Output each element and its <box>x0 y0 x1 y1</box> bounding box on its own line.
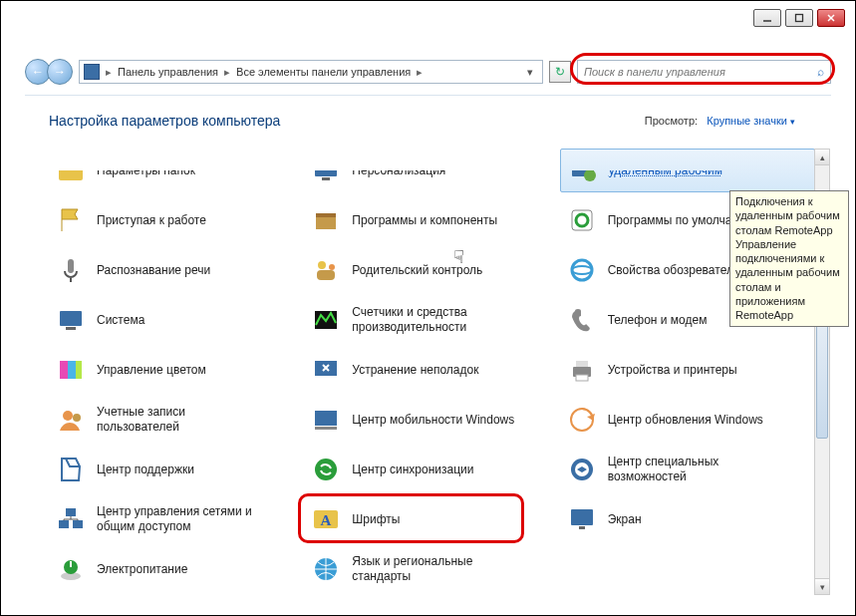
breadcrumb-1[interactable]: Панель управления <box>118 66 218 78</box>
address-dropdown-icon[interactable]: ▾ <box>522 66 538 79</box>
view-value-link[interactable]: Крупные значки ▾ <box>707 115 795 127</box>
control-panel-item[interactable]: Экран <box>560 497 815 541</box>
svg-point-30 <box>73 414 81 422</box>
scroll-up-button[interactable]: ▴ <box>815 150 829 165</box>
svg-rect-11 <box>316 213 336 217</box>
address-bar[interactable]: ▸ Панель управления ▸ Все элементы панел… <box>79 60 543 84</box>
control-panel-item[interactable]: Центр специальных возможностей <box>560 448 815 491</box>
ease-icon <box>566 454 598 485</box>
item-label: Управление цветом <box>97 363 206 378</box>
item-label: Шрифты <box>352 512 400 527</box>
refresh-button[interactable]: ↻ <box>549 61 571 83</box>
item-label: Учетные записи пользователей <box>97 405 261 435</box>
svg-rect-37 <box>59 520 69 528</box>
control-panel-icon <box>84 64 100 80</box>
control-panel-item[interactable]: Устройства и принтеры <box>560 348 815 392</box>
maximize-button[interactable] <box>785 9 813 27</box>
control-panel-item[interactable]: удаленным рабочим <box>560 149 815 192</box>
svg-rect-22 <box>60 361 68 379</box>
control-panel-item[interactable]: AШрифты <box>304 497 559 541</box>
svg-rect-27 <box>576 361 588 367</box>
search-box[interactable]: ⌕ <box>577 60 831 84</box>
item-label: Экран <box>608 512 642 527</box>
control-panel-item[interactable]: Управление цветом <box>49 348 304 392</box>
svg-point-15 <box>329 264 335 270</box>
chevron-down-icon: ▾ <box>790 117 795 127</box>
control-panel-item[interactable]: Центр синхронизации <box>304 448 559 491</box>
svg-rect-1 <box>796 15 803 22</box>
control-panel-item[interactable]: Язык и региональные стандарты <box>304 547 559 591</box>
control-panel-item[interactable]: Счетчики и средства производительности <box>304 298 559 342</box>
svg-rect-23 <box>68 361 76 379</box>
action-icon <box>55 454 87 485</box>
svg-rect-20 <box>66 327 76 330</box>
control-panel-item[interactable]: Система <box>49 298 304 342</box>
network-icon <box>55 503 87 535</box>
breadcrumb-sep: ▸ <box>104 66 114 79</box>
defaults-icon <box>566 204 598 236</box>
control-panel-item[interactable]: Устранение неполадок <box>304 348 559 392</box>
svg-rect-43 <box>579 526 585 529</box>
control-panel-item[interactable]: Родительский контроль <box>304 248 559 292</box>
system-icon <box>55 304 87 336</box>
sync-icon <box>310 454 342 485</box>
control-panel-item[interactable]: Центр поддержки <box>49 448 304 491</box>
page-title: Настройка параметров компьютера <box>49 113 280 129</box>
box-icon <box>310 204 342 236</box>
scroll-thumb[interactable] <box>816 309 828 439</box>
item-label: Персонализация <box>352 163 445 178</box>
item-label: Устранение неполадок <box>352 363 478 378</box>
ieopts-icon <box>566 254 598 286</box>
control-panel-item[interactable]: Центр обновления Windows <box>560 398 815 442</box>
display-icon <box>566 503 598 535</box>
item-label: Свойства обозревателя <box>608 263 740 278</box>
scroll-down-button[interactable]: ▾ <box>815 578 829 594</box>
items-region: Параметры папокПерсонализацияудаленным р… <box>49 149 815 595</box>
trouble-icon <box>310 354 342 386</box>
close-button[interactable] <box>817 9 845 27</box>
item-label: Центр поддержки <box>97 462 194 477</box>
control-panel-item[interactable]: Центр мобильности Windows <box>304 398 559 442</box>
svg-rect-24 <box>76 361 82 379</box>
svg-rect-38 <box>73 520 83 528</box>
perf-icon <box>310 304 342 336</box>
control-panel-item[interactable]: Учетные записи пользователей <box>49 398 304 442</box>
svg-rect-31 <box>315 411 337 426</box>
item-label: Система <box>97 313 144 328</box>
item-label: Центр мобильности Windows <box>352 413 514 428</box>
control-panel-item[interactable]: Приступая к работе <box>49 198 304 242</box>
family-icon <box>310 254 342 286</box>
svg-rect-39 <box>66 508 76 516</box>
svg-rect-5 <box>59 161 69 167</box>
svg-rect-13 <box>68 259 74 273</box>
item-label: Центр управления сетями и общим доступом <box>97 504 261 534</box>
power-icon <box>55 553 87 585</box>
breadcrumb-2[interactable]: Все элементы панели управления <box>236 66 411 78</box>
item-label: Родительский контроль <box>352 263 482 278</box>
control-panel-item[interactable]: Параметры папок <box>49 149 304 192</box>
phone-icon <box>566 304 598 336</box>
search-input[interactable] <box>578 66 810 78</box>
svg-rect-42 <box>571 509 593 525</box>
item-label: удаленным рабочим <box>609 163 722 178</box>
svg-point-14 <box>318 261 326 269</box>
svg-rect-28 <box>576 375 588 381</box>
color-icon <box>55 354 87 386</box>
arrow-left-icon: ← <box>32 65 44 79</box>
control-panel-item[interactable]: Персонализация <box>304 149 559 192</box>
control-panel-item[interactable]: Центр управления сетями и общим доступом <box>49 497 304 541</box>
svg-rect-7 <box>322 177 330 180</box>
region-icon <box>310 553 342 585</box>
breadcrumb-sep: ▸ <box>222 66 232 79</box>
navigation-bar: ← → ▸ Панель управления ▸ Все элементы п… <box>25 57 831 87</box>
svg-point-18 <box>572 266 592 274</box>
users-icon <box>55 404 87 436</box>
folder-icon <box>55 154 87 186</box>
control-panel-item[interactable]: Программы и компоненты <box>304 198 559 242</box>
arrow-right-icon: → <box>54 65 66 79</box>
control-panel-item[interactable]: Распознавание речи <box>49 248 304 292</box>
forward-button[interactable]: → <box>47 59 73 85</box>
minimize-button[interactable] <box>753 9 781 27</box>
mic-icon <box>55 254 87 286</box>
control-panel-item[interactable]: Электропитание <box>49 547 304 591</box>
